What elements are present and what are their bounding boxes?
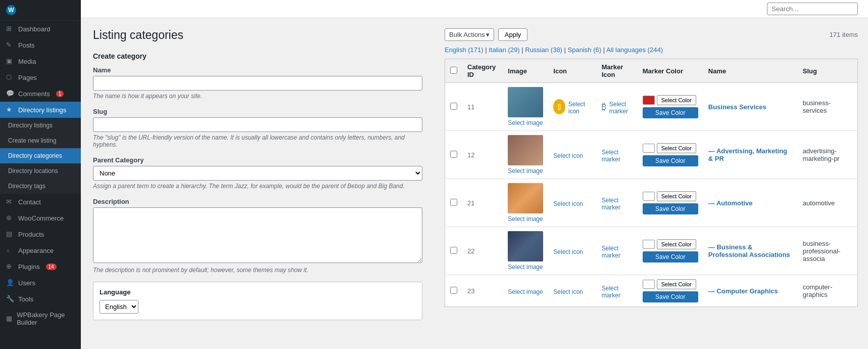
cell-icon: Select icon [548, 179, 596, 227]
cell-id: 22 [462, 227, 503, 275]
sidebar-sub-label: Directory listings [8, 122, 53, 129]
language-filter: English (171) | Italian (29) | Russian (… [445, 46, 858, 54]
sidebar-item-directory-listings[interactable]: ★ Directory listings [0, 102, 81, 118]
category-name-link[interactable]: — Advertising, Marketing & PR [708, 147, 787, 162]
slug-input[interactable] [93, 117, 422, 132]
language-box: Language English [93, 282, 422, 320]
category-name-link[interactable]: — Computer Graphics [708, 287, 778, 295]
sidebar-item-directory-tags[interactable]: Directory tags [0, 179, 81, 194]
woocommerce-icon: ⊛ [6, 214, 14, 222]
save-color-button[interactable]: Save Color [643, 155, 698, 166]
lang-filter-italian[interactable]: Italian (29) [489, 46, 519, 54]
sidebar-item-plugins[interactable]: ⊕ Plugins 14 [0, 258, 81, 275]
select-all-checkbox[interactable] [450, 67, 457, 74]
row-checkbox-21[interactable] [450, 199, 457, 206]
apply-button[interactable]: Apply [498, 28, 528, 41]
sidebar-item-contact[interactable]: ✉ Contact [0, 194, 81, 210]
sidebar-item-media[interactable]: ▣ Media [0, 53, 81, 69]
cell-name: — Business & Professional Associations [703, 227, 798, 275]
cell-id: 23 [462, 275, 503, 307]
save-color-button[interactable]: Save Color [643, 251, 698, 263]
wpbakery-icon: ▦ [6, 315, 13, 323]
plugins-icon: ⊕ [6, 263, 14, 271]
sidebar-item-label: Contact [18, 198, 41, 206]
cell-icon: Select icon [548, 131, 596, 179]
sidebar-item-directory-categories[interactable]: Directory categories [0, 148, 81, 163]
select-marker-link[interactable]: Select marker [602, 285, 633, 299]
select-image-link[interactable]: Select image [508, 215, 543, 223]
bulk-actions-dropdown[interactable]: Bulk Actions ▾ [445, 28, 494, 41]
select-marker-link[interactable]: Select marker [602, 197, 633, 211]
select-color-button[interactable]: Select Color [657, 279, 696, 289]
row-checkbox-22[interactable] [450, 247, 457, 254]
select-image-link[interactable]: Select image [508, 288, 543, 295]
sidebar-item-users[interactable]: 👤 Users [0, 275, 81, 291]
select-color-button[interactable]: Select Color [657, 95, 696, 105]
products-icon: ▤ [6, 230, 14, 238]
select-image-link[interactable]: Select image [508, 167, 543, 174]
cell-marker-icon: Select marker [597, 275, 638, 307]
cell-marker-color: Select Color Save Color [638, 275, 703, 307]
select-icon-link[interactable]: Select icon [553, 248, 591, 255]
cell-icon: ₿ Select icon [548, 83, 596, 131]
name-input[interactable] [93, 76, 422, 91]
select-icon-link[interactable]: Select icon [553, 288, 591, 295]
select-color-button[interactable]: Select Color [657, 143, 696, 153]
lang-filter-spanish[interactable]: Spanish (6) [568, 46, 601, 54]
sidebar-sub-label: Directory categories [8, 152, 62, 159]
sidebar-item-directory-locations[interactable]: Directory locations [0, 163, 81, 179]
row-checkbox-11[interactable] [450, 103, 457, 110]
save-color-button[interactable]: Save Color [643, 107, 698, 118]
row-checkbox-12[interactable] [450, 151, 457, 158]
sidebar-item-tools[interactable]: 🔧 Tools [0, 291, 81, 307]
col-marker-color: Marker Color [638, 59, 703, 83]
save-color-button[interactable]: Save Color [643, 291, 698, 302]
slug-label: Slug [93, 108, 422, 115]
sidebar-item-posts[interactable]: ✎ Posts [0, 37, 81, 53]
plugins-badge: 14 [46, 264, 57, 270]
sidebar-item-label: Products [18, 231, 44, 238]
cell-marker-color: Select Color Save Color [638, 227, 703, 275]
sidebar-item-appearance[interactable]: ⬨ Appearance [0, 242, 81, 258]
select-icon-link[interactable]: Select icon [553, 152, 591, 159]
cell-image: Select image [503, 275, 548, 307]
select-color-button[interactable]: Select Color [657, 239, 696, 249]
category-name-link[interactable]: — Business & Professional Associations [708, 243, 790, 258]
select-icon-link[interactable]: Select icon [553, 200, 591, 207]
cell-icon: Select icon [548, 275, 596, 307]
select-color-button[interactable]: Select Color [657, 191, 696, 201]
language-select[interactable]: English [100, 300, 138, 314]
language-select-group: English [100, 300, 416, 314]
sidebar-item-dashboard[interactable]: ⊞ Dashboard [0, 21, 81, 37]
select-marker-link[interactable]: Select marker [609, 101, 633, 115]
description-textarea[interactable] [93, 207, 422, 263]
sidebar-item-products[interactable]: ▤ Products [0, 226, 81, 242]
sidebar-item-create-new-listing[interactable]: Create new listing [0, 133, 81, 148]
lang-filter-russian[interactable]: Russian (38) [525, 46, 562, 54]
category-name-link[interactable]: Business Services [708, 103, 766, 111]
search-input[interactable] [767, 3, 858, 15]
cell-name: — Automotive [703, 179, 798, 227]
select-marker-link[interactable]: Select marker [602, 245, 633, 259]
lang-filter-all[interactable]: All languages (244) [606, 46, 663, 54]
sidebar-item-wpbakery[interactable]: ▦ WPBakery Page Builder [0, 307, 81, 330]
wp-logo-icon: W [6, 5, 16, 15]
cell-marker-icon: Select marker [597, 227, 638, 275]
select-image-link[interactable]: Select image [508, 264, 543, 271]
sidebar-item-woocommerce[interactable]: ⊛ WooCommerce [0, 210, 81, 226]
sidebar-item-comments[interactable]: 💬 Comments 1 [0, 85, 81, 102]
pages-icon: ⬡ [6, 73, 14, 81]
sidebar-item-directory-listings-sub[interactable]: Directory listings [0, 118, 81, 133]
row-checkbox-23[interactable] [450, 287, 457, 294]
lang-filter-english[interactable]: English (171) [445, 46, 484, 54]
sidebar-item-pages[interactable]: ⬡ Pages [0, 69, 81, 85]
select-image-link[interactable]: Select image [508, 119, 543, 126]
select-marker-link[interactable]: Select marker [602, 149, 633, 163]
cell-slug: business-services [798, 83, 858, 131]
cell-marker-icon: Select marker [597, 131, 638, 179]
save-color-button[interactable]: Save Color [643, 203, 698, 214]
select-icon-link[interactable]: Select icon [568, 101, 592, 115]
category-name-link[interactable]: — Automotive [708, 199, 753, 207]
parent-select[interactable]: None [93, 166, 422, 181]
sidebar-item-label: Directory listings [18, 106, 66, 114]
